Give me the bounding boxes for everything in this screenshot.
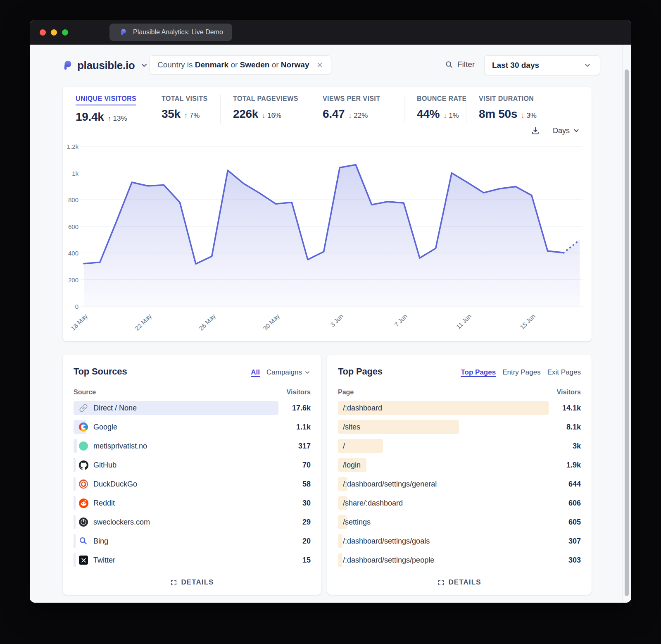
visitors-card: UNIQUE VISITORS19.4k↑13%TOTAL VISITS35k↑… <box>63 87 592 341</box>
stat-value: 8m 50s <box>479 107 517 121</box>
source-label: GitHub <box>93 461 117 470</box>
stat-label: UNIQUE VISITORS <box>76 95 136 105</box>
source-row[interactable]: Direct / None17.6k <box>74 398 311 417</box>
source-row[interactable]: Twitter15 <box>74 551 311 570</box>
stat-change: 1% <box>449 112 459 120</box>
sources-column-headers: Source Visitors <box>74 389 311 396</box>
page-visitors: 14.1k <box>562 404 581 413</box>
page-row[interactable]: /3k <box>338 436 581 456</box>
interval-select[interactable]: Days <box>553 126 580 135</box>
source-row[interactable]: Google1.1k <box>74 417 311 436</box>
y-axis-label: 1.2k <box>63 143 78 150</box>
chart-canvas[interactable] <box>81 145 583 316</box>
page-row[interactable]: /sites8.1k <box>338 417 581 436</box>
stat-label: VISIT DURATION <box>479 95 579 103</box>
stat-change: 13% <box>113 114 127 123</box>
top-pages-title: Top Pages <box>338 366 383 377</box>
filter-country: Sweden <box>240 60 270 69</box>
stat-metric-visit-duration[interactable]: VISIT DURATION8m 50s↓3% <box>466 95 579 124</box>
page-label: /:dashboard <box>343 404 382 413</box>
page-visitors: 644 <box>568 480 581 489</box>
filter-button[interactable]: Filter <box>444 60 475 69</box>
plausible-favicon <box>119 27 128 37</box>
stat-metric-unique-visitors[interactable]: UNIQUE VISITORS19.4k↑13% <box>76 95 149 124</box>
scrollbar-track <box>622 45 623 603</box>
link-icon <box>78 403 88 413</box>
page-row[interactable]: /:dashboard/settings/goals307 <box>338 532 581 551</box>
page-label: /share/:dashboard <box>343 499 403 508</box>
page-row[interactable]: /login1.9k <box>338 456 581 475</box>
date-range-select[interactable]: Last 30 days <box>484 55 600 75</box>
page-visitors: 8.1k <box>566 423 581 432</box>
arrow-up-icon: ↑ <box>108 115 111 122</box>
y-axis-label: 1k <box>63 170 78 177</box>
source-label: DuckDuckGo <box>93 480 137 489</box>
sources-details-button[interactable]: DETAILS <box>170 578 214 587</box>
stat-metric-views-per-visit[interactable]: VIEWS PER VISIT6.47↓22% <box>310 95 404 124</box>
pages-column-headers: Page Visitors <box>338 389 581 396</box>
pages-tab-entry-pages[interactable]: Entry Pages <box>502 368 541 377</box>
browser-tab[interactable]: Plausible Analytics: Live Demo <box>109 24 232 41</box>
filter-chip[interactable]: Country is Denmark or Sweden or Norway <box>150 55 331 74</box>
x-axis-label: 30 May <box>249 312 281 344</box>
pages-details-button[interactable]: DETAILS <box>437 578 481 587</box>
x-axis-label: 22 May <box>121 312 153 344</box>
browser-window: Plausible Analytics: Live Demo plausible… <box>30 20 631 603</box>
source-row[interactable]: metisprivatist.no317 <box>74 436 311 456</box>
page-column-header: Page <box>338 389 354 396</box>
x-axis-label: 11 Jun <box>441 312 473 344</box>
stat-change: 3% <box>526 112 537 120</box>
source-label: Bing <box>93 537 108 546</box>
zoom-window-button[interactable] <box>62 29 68 36</box>
source-row[interactable]: Reddit30 <box>74 494 311 513</box>
pages-tab-exit-pages[interactable]: Exit Pages <box>547 368 581 377</box>
page-row[interactable]: /share/:dashboard606 <box>338 494 581 513</box>
top-stats-row: UNIQUE VISITORS19.4k↑13%TOTAL VISITS35k↑… <box>76 95 579 124</box>
google-icon <box>78 422 88 432</box>
stat-value: 226k <box>233 107 258 121</box>
page-visitors: 606 <box>568 499 581 508</box>
pages-tab-top-pages[interactable]: Top Pages <box>461 368 496 377</box>
filter-country: Denmark <box>195 60 228 69</box>
source-row[interactable]: Bing20 <box>74 532 311 551</box>
source-visitors: 58 <box>302 480 311 489</box>
browser-chrome: Plausible Analytics: Live Demo <box>30 20 631 45</box>
sources-campaigns-dropdown[interactable]: Campaigns <box>266 368 311 377</box>
pages-tabs: Top PagesEntry PagesExit Pages <box>461 368 581 377</box>
stat-metric-total-visits[interactable]: TOTAL VISITS35k↑7% <box>149 95 220 124</box>
page-row[interactable]: /:dashboard/settings/people303 <box>338 551 581 570</box>
y-axis-label: 200 <box>63 277 78 284</box>
x-axis-label: 3 Jun <box>313 312 345 344</box>
download-icon[interactable] <box>530 126 540 136</box>
pages-table: /:dashboard14.1k/sites8.1k/3k/login1.9k/… <box>338 398 581 570</box>
source-row[interactable]: DuckDuckGo58 <box>74 475 311 494</box>
source-row[interactable]: GitHub70 <box>74 456 311 475</box>
plausible-logo-icon <box>63 60 73 70</box>
twitter-icon <box>78 555 88 565</box>
close-window-button[interactable] <box>40 29 46 36</box>
filter-chip-text: Country is Denmark or Sweden or Norway <box>157 60 309 69</box>
y-axis-label: 0 <box>63 303 78 310</box>
page-visitors: 1.9k <box>566 461 581 470</box>
stat-label: TOTAL VISITS <box>162 95 220 103</box>
site-switcher[interactable]: plausible.io <box>63 56 149 74</box>
y-axis-label: 600 <box>63 223 78 230</box>
sources-tab-all[interactable]: All <box>251 368 260 377</box>
stat-metric-total-pageviews[interactable]: TOTAL PAGEVIEWS226k↓16% <box>220 95 310 124</box>
y-axis-label: 800 <box>63 196 78 203</box>
duckduckgo-icon <box>78 479 88 489</box>
page-row[interactable]: /settings605 <box>338 513 581 532</box>
page-label: /sites <box>343 423 360 432</box>
visitors-column-header: Visitors <box>557 389 581 396</box>
minimize-window-button[interactable] <box>51 29 57 36</box>
scrollbar-thumb[interactable] <box>625 69 629 596</box>
source-row[interactable]: sweclockers.com29 <box>74 513 311 532</box>
visitors-chart[interactable]: 02004006008001k1.2k18 May22 May26 May30 … <box>63 145 588 336</box>
remove-filter-icon[interactable] <box>316 61 323 69</box>
filter-country: Norway <box>281 60 309 69</box>
page-row[interactable]: /:dashboard/settings/general644 <box>338 475 581 494</box>
source-label: Reddit <box>93 499 115 508</box>
source-column-header: Source <box>74 389 96 396</box>
page-row[interactable]: /:dashboard14.1k <box>338 398 581 417</box>
stat-metric-bounce-rate[interactable]: BOUNCE RATE44%↓1% <box>404 95 466 124</box>
